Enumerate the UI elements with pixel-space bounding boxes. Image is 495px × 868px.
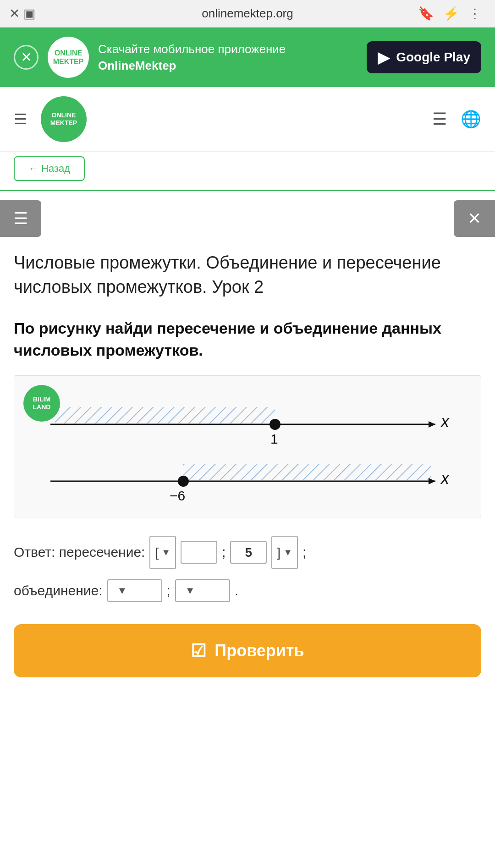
right-bracket-value: ] <box>277 538 280 567</box>
globe-icon[interactable]: 🌐 <box>461 110 481 129</box>
bilim-land-badge: BILIM Land <box>23 385 60 422</box>
browser-menu-icon[interactable]: ⋮ <box>468 6 481 21</box>
check-icon: ☑ <box>191 641 206 661</box>
nav-icons: ☰ 🌐 <box>432 110 481 129</box>
float-menu-icon: ☰ <box>13 209 28 228</box>
left-bracket-value: [ <box>155 538 159 567</box>
left-bracket-chevron: ▼ <box>161 542 170 562</box>
banner-text: Скачайте мобильное приложение OnlineMekt… <box>98 41 358 74</box>
float-buttons-wrapper: ☰ ✕ <box>0 200 495 237</box>
semicolon-3: ; <box>167 576 170 606</box>
svg-marker-3 <box>429 421 435 428</box>
svg-marker-10 <box>429 478 435 484</box>
union-left-chevron: ▼ <box>117 580 127 602</box>
intersection-row: Ответ: пересечение: [ ▼ ; 5 ] ▼ ; <box>14 536 481 570</box>
banner-close-button[interactable]: ✕ <box>14 45 38 70</box>
question-text: По рисунку найди пересечение и объединен… <box>14 318 481 361</box>
float-menu-button[interactable]: ☰ <box>0 200 41 237</box>
left-bracket-select[interactable]: [ ▼ <box>149 536 176 570</box>
semicolon-1: ; <box>222 537 226 567</box>
nav-logo: ONLINE MEKTEP <box>41 96 87 142</box>
browser-url: onlinemektep.org <box>202 6 293 21</box>
dot-1: . <box>235 576 238 606</box>
number-line-2: x −6 <box>23 451 472 506</box>
svg-rect-1 <box>55 407 275 423</box>
svg-point-5 <box>270 419 280 430</box>
browser-bar: ✕ ▣ onlinemektep.org 🔖 ⚡ ⋮ <box>0 0 495 27</box>
svg-rect-8 <box>183 464 431 480</box>
intersection-right-input[interactable]: 5 <box>230 541 267 564</box>
float-close-icon: ✕ <box>468 209 481 228</box>
cast-icon[interactable]: ⚡ <box>443 6 459 21</box>
svg-point-12 <box>178 476 189 487</box>
graph-container: BILIM Land x <box>14 375 481 517</box>
breadcrumb-area: ← Назад <box>0 152 495 191</box>
number-lines: x 1 x <box>23 394 472 508</box>
right-bracket-select[interactable]: ] ▼ <box>271 536 298 570</box>
check-button-label: Проверить <box>214 641 304 660</box>
banner-logo: ONLINE MEKTEP <box>48 37 89 78</box>
list-icon[interactable]: ☰ <box>432 110 447 129</box>
svg-text:x: x <box>440 412 450 431</box>
google-play-icon: ▶ <box>378 48 390 67</box>
back-breadcrumb-button[interactable]: ← Назад <box>14 156 85 181</box>
content-area: Числовые промежутки. Объединение и перес… <box>0 251 495 677</box>
navbar: ☰ ONLINE MEKTEP ☰ 🌐 <box>0 87 495 152</box>
svg-text:x: x <box>440 469 450 488</box>
float-close-button[interactable]: ✕ <box>454 200 495 237</box>
browser-back-icon[interactable]: ✕ ▣ <box>9 6 35 21</box>
svg-text:1: 1 <box>270 431 278 446</box>
google-play-button[interactable]: ▶ Google Play <box>367 41 481 73</box>
number-line-1: x 1 <box>23 394 472 449</box>
svg-text:−6: −6 <box>170 488 185 503</box>
union-label: объединение: <box>14 576 103 606</box>
intersection-label: Ответ: пересечение: <box>14 537 145 567</box>
check-button[interactable]: ☑ Проверить <box>14 624 481 677</box>
union-right-select[interactable]: ▼ <box>175 579 230 602</box>
union-left-select[interactable]: ▼ <box>107 579 162 602</box>
union-right-chevron: ▼ <box>185 580 195 602</box>
intersection-left-input[interactable] <box>181 541 217 564</box>
answer-area: Ответ: пересечение: [ ▼ ; 5 ] ▼ ; объеди… <box>14 536 481 606</box>
right-bracket-chevron: ▼ <box>283 542 292 562</box>
bookmark-icon[interactable]: 🔖 <box>418 6 434 21</box>
google-play-label: Google Play <box>396 50 470 65</box>
semicolon-2: ; <box>302 537 306 567</box>
app-download-banner: ✕ ONLINE MEKTEP Скачайте мобильное прило… <box>0 27 495 87</box>
nav-menu-icon[interactable]: ☰ <box>14 110 27 128</box>
union-row: объединение: ▼ ; ▼ . <box>14 576 481 606</box>
lesson-title: Числовые промежутки. Объединение и перес… <box>14 251 481 299</box>
